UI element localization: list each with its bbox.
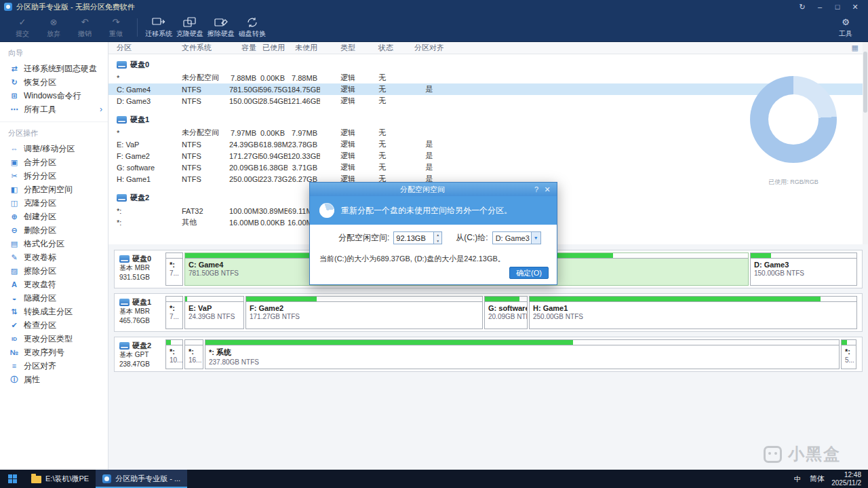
- partition-block-recovery[interactable]: *: 5...: [841, 339, 856, 369]
- ime-indicator[interactable]: 中: [792, 474, 803, 485]
- cell: 无: [373, 151, 408, 161]
- discard-button[interactable]: ⊗ 放弃: [38, 14, 69, 41]
- sidebar-item-partition-alignment[interactable]: ≡ 分区对齐: [0, 359, 108, 373]
- usage-strip: [166, 340, 182, 345]
- minimize-icon[interactable]: –: [811, 0, 829, 14]
- sidebar-item-allocate-free-space[interactable]: ◧ 分配空闲空间: [0, 183, 108, 196]
- partition-block-g[interactable]: G: software 20.09GB NTFS: [484, 296, 528, 329]
- partition-block-efi[interactable]: *: 10...: [165, 339, 183, 369]
- taskbar-clock[interactable]: 12:48 2025/11/2: [831, 471, 861, 487]
- maximize-icon[interactable]: □: [829, 0, 846, 14]
- partition-assistant-window: 分区助手专业版 - 无损分区免费软件 ↻ – □ ✕ ✓ 提交 ⊗ 放弃 ↶ 撤…: [0, 0, 868, 488]
- sidebar-item-change-label[interactable]: ✎ 更改卷标: [0, 250, 108, 264]
- usage-fill: [246, 297, 317, 301]
- disk-info[interactable]: 硬盘1 基本 MBR 465.76GB: [117, 296, 164, 329]
- sidebar-item-properties[interactable]: ⓘ 属性: [0, 373, 108, 386]
- scrollbar-thumb[interactable]: [863, 52, 867, 113]
- cell: 0.00KB: [259, 219, 288, 227]
- help-icon[interactable]: ?: [531, 185, 542, 193]
- sidebar-item-split[interactable]: ✂ 拆分分区: [0, 169, 108, 183]
- sidebar-item-label: 恢复分区: [24, 77, 56, 88]
- target-partition-dropdown[interactable]: D: Game3 ▼: [492, 231, 541, 244]
- toolbar-label: 迁移系统: [145, 29, 172, 39]
- sidebar-item-hide-partition[interactable]: ◒ 隐藏分区: [0, 291, 108, 305]
- sidebar-item-change-drive-letter[interactable]: A 更改盘符: [0, 278, 108, 291]
- sidebar-item-change-type-id[interactable]: ID 更改分区类型: [0, 332, 108, 345]
- clock-date: 2025/11/2: [831, 479, 861, 487]
- sidebar-item-label: 克隆分区: [24, 198, 56, 209]
- sidebar-item-format-partition[interactable]: ▤ 格式化分区: [0, 237, 108, 250]
- disk-group-header[interactable]: 硬盘0: [108, 57, 863, 72]
- language-indicator[interactable]: 简体: [810, 474, 825, 484]
- disk-icon: [117, 61, 127, 69]
- sidebar-item-wipe-partition[interactable]: ▨ 擦除分区: [0, 264, 108, 278]
- sidebar-item-delete-partition[interactable]: ⊖ 删除分区: [0, 223, 108, 237]
- sidebar-item-check-partition[interactable]: ✔ 检查分区: [0, 318, 108, 332]
- donut-caption: 已使用: RGB/RGB: [768, 178, 818, 187]
- taskbar-app-task[interactable]: 分区助手专业版 - ...: [96, 470, 187, 488]
- disk-info[interactable]: 硬盘0 基本 MBR 931.51GB: [117, 252, 164, 286]
- column-settings-icon[interactable]: ▦: [852, 43, 859, 52]
- partition-block-e[interactable]: E: VaP 24.39GB NTFS: [184, 296, 244, 329]
- close-icon[interactable]: ✕: [542, 185, 553, 194]
- toolbar-label: 擦除硬盘: [208, 29, 235, 39]
- sidebar-item-all-tools[interactable]: ⋯ 所有工具 ›: [0, 102, 108, 116]
- ok-button[interactable]: 确定(O): [509, 267, 549, 279]
- wipe-disk-button[interactable]: 擦除硬盘: [205, 14, 237, 41]
- cell: 是: [408, 162, 450, 172]
- spin-down-icon[interactable]: ▼: [436, 239, 439, 243]
- cell: 30.89MB: [259, 207, 288, 215]
- partition-block-d[interactable]: D: Game3 150.00GB NTFS: [750, 252, 857, 286]
- disk-size: 931.51GB: [119, 273, 163, 282]
- sidebar-item-recover-partition[interactable]: ↻ 恢复分区: [0, 75, 108, 89]
- sidebar-item-label: 分区对齐: [24, 360, 56, 372]
- migrate-os-button[interactable]: 迁移系统: [143, 14, 174, 41]
- disk-info[interactable]: 硬盘2 基本 GPT 238.47GB: [117, 339, 164, 369]
- clone-disk-button[interactable]: 克隆硬盘: [174, 14, 205, 41]
- spin-up-icon[interactable]: ▲: [436, 233, 439, 237]
- sidebar-item-label: 更改序列号: [24, 347, 64, 358]
- cell: 未分配空间: [182, 73, 229, 83]
- close-icon[interactable]: ✕: [846, 0, 864, 14]
- vertical-scrollbar[interactable]: [863, 42, 868, 244]
- partition-block-unallocated[interactable]: *: 7...: [165, 252, 183, 286]
- sidebar-item-migrate-os-to-ssd[interactable]: ⇄ 迁移系统到固态硬盘: [0, 62, 108, 75]
- cell: 184.75GB: [288, 86, 320, 94]
- spinner-buttons[interactable]: ▲▼: [433, 232, 441, 244]
- convert-disk-button[interactable]: 磁盘转换: [237, 14, 268, 41]
- taskbar-folder-task[interactable]: E:\装机\微PE: [24, 470, 96, 488]
- commit-button[interactable]: ✓ 提交: [7, 14, 38, 41]
- cell: 171.27GB: [229, 152, 259, 160]
- partition-label: *:: [166, 259, 182, 269]
- disk-name: 硬盘1: [132, 297, 151, 307]
- sidebar-item-convert-to-primary[interactable]: ⇅ 转换成主分区: [0, 305, 108, 318]
- sidebar-item-change-serial[interactable]: № 更改序列号: [0, 345, 108, 359]
- usage-fill: [166, 340, 171, 345]
- size-value-input[interactable]: [394, 232, 433, 244]
- redo-button[interactable]: ↷ 重做: [100, 14, 132, 41]
- sidebar-item-merge[interactable]: ▣ 合并分区: [0, 155, 108, 169]
- sidebar-item-clone-partition[interactable]: ◫ 克隆分区: [0, 196, 108, 210]
- migrate-os-icon: ⇄: [9, 64, 19, 73]
- cell: 223.73GB: [259, 175, 288, 183]
- sidebar-item-windows-cmd[interactable]: ⊞ Windows命令行: [0, 89, 108, 102]
- partition-block-msr[interactable]: *: 16...: [184, 339, 203, 369]
- sidebar-item-create-partition[interactable]: ⊕ 创建分区: [0, 210, 108, 223]
- start-button[interactable]: [0, 470, 24, 488]
- cell: 250.00GB: [229, 175, 259, 183]
- partition-block-unallocated[interactable]: *: 7...: [165, 296, 183, 329]
- cell: 781.50GB: [229, 86, 259, 94]
- partition-block-system[interactable]: *: 系统 237.80GB NTFS: [205, 339, 840, 369]
- tools-button[interactable]: ⚙ 工具: [830, 14, 861, 41]
- partition-block-f[interactable]: F: Game2 171.27GB NTFS: [245, 296, 483, 329]
- split-icon: ✂: [9, 172, 19, 181]
- undo-button[interactable]: ↶ 撤销: [69, 14, 100, 41]
- sidebar-item-resize-move[interactable]: ⇔ 调整/移动分区: [0, 142, 108, 155]
- partition-label: *:: [842, 345, 856, 356]
- allocate-size-input[interactable]: ▲▼: [393, 231, 442, 244]
- cell: NTFS: [182, 140, 229, 149]
- cell: FAT32: [182, 207, 229, 215]
- partition-block-h[interactable]: H: Game1 250.00GB NTFS: [529, 296, 857, 329]
- clock-time: 12:48: [844, 471, 861, 478]
- refresh-icon[interactable]: ↻: [793, 0, 811, 14]
